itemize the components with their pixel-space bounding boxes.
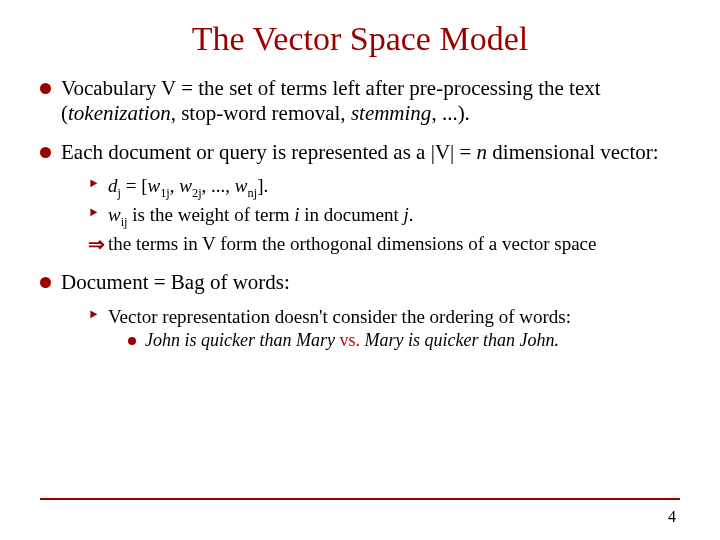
var: w — [147, 175, 160, 196]
bullet-vocabulary: Vocabulary V = the set of terms left aft… — [40, 76, 680, 126]
subbullet-text: Vector representation doesn't consider t… — [108, 305, 571, 328]
bullet-text: Each document or query is represented as… — [61, 140, 680, 165]
var: w — [235, 175, 248, 196]
example-b: Mary is quicker than John — [364, 330, 554, 350]
var: w — [108, 204, 121, 225]
text: , ..., — [202, 175, 235, 196]
text: , ...). — [431, 101, 470, 125]
bullet-icon — [40, 83, 51, 94]
text: is the weight of term — [128, 204, 295, 225]
slide: The Vector Space Model Vocabulary V = th… — [0, 0, 720, 540]
text: . — [409, 204, 414, 225]
slide-title: The Vector Space Model — [40, 20, 680, 58]
sub: 1j — [160, 186, 170, 200]
bullet-text: Vocabulary V = the set of terms left aft… — [61, 76, 680, 126]
subbullets-bow: ‣ Vector representation doesn't consider… — [88, 305, 680, 328]
text-italic: n — [477, 140, 488, 164]
var: w — [179, 175, 192, 196]
subsubbullet-example: John is quicker than Mary vs. Mary is qu… — [128, 330, 680, 352]
text: , — [170, 175, 180, 196]
subsubbullets: John is quicker than Mary vs. Mary is qu… — [128, 330, 680, 352]
example-dot: . — [554, 330, 559, 350]
arrow-icon: ‣ — [88, 174, 108, 196]
text: = [ — [121, 175, 148, 196]
sub: ij — [121, 215, 128, 229]
bullet-bow: Document = Bag of words: — [40, 270, 680, 295]
arrow-icon: ‣ — [88, 203, 108, 225]
example-a: John is quicker than Mary — [145, 330, 335, 350]
subbullet-vecrep: ‣ Vector representation doesn't consider… — [88, 305, 680, 328]
text: dimensional vector: — [487, 140, 658, 164]
subbullet-wij: ‣ wij is the weight of term i in documen… — [88, 203, 680, 230]
text: Each document or query is represented as… — [61, 140, 477, 164]
text-italic: tokenization — [68, 101, 171, 125]
page-number: 4 — [668, 508, 676, 526]
subbullet-text: wij is the weight of term i in document … — [108, 203, 414, 230]
divider — [40, 498, 680, 500]
text: , stop-word removal, — [171, 101, 351, 125]
subsubbullet-text: John is quicker than Mary vs. Mary is qu… — [145, 330, 559, 352]
implies-icon: ⇒ — [88, 232, 108, 256]
arrow-icon: ‣ — [88, 305, 108, 327]
subbullets-eachdoc: ‣ dj = [w1j, w2j, ..., wnj]. ‣ wij is th… — [88, 174, 680, 256]
sub: nj — [248, 186, 258, 200]
subbullet-ortho: ⇒ the terms in V form the orthogonal dim… — [88, 232, 680, 256]
bullet-eachdoc: Each document or query is represented as… — [40, 140, 680, 165]
bullet-icon — [40, 147, 51, 158]
subbullet-text: dj = [w1j, w2j, ..., wnj]. — [108, 174, 268, 201]
subbullet-text: the terms in V form the orthogonal dimen… — [108, 232, 596, 255]
sub: 2j — [192, 186, 202, 200]
text: in document — [300, 204, 404, 225]
bullet-text: Document = Bag of words: — [61, 270, 680, 295]
text-italic: stemming — [351, 101, 432, 125]
var: d — [108, 175, 118, 196]
bullet-icon — [128, 337, 136, 345]
example-vs: vs. — [335, 330, 365, 350]
text: ]. — [257, 175, 268, 196]
bullet-icon — [40, 277, 51, 288]
subbullet-dj: ‣ dj = [w1j, w2j, ..., wnj]. — [88, 174, 680, 201]
